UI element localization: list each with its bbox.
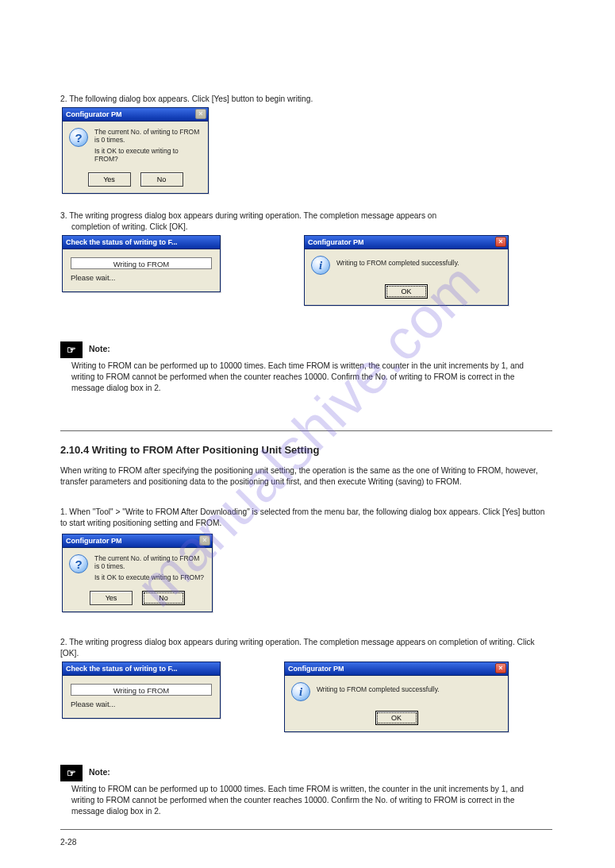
section-divider: [60, 430, 552, 431]
dialog-title: Configurator PM: [66, 110, 122, 118]
note-label: Note:: [89, 767, 110, 777]
step2-text: 2. The following dialog box appears. Cli…: [60, 94, 313, 105]
lower-step2-text: 2. The writing progress dialog box appea…: [60, 637, 548, 659]
progress-body: Writing to FROM Please wait...: [63, 249, 220, 291]
pointing-hand-icon: ☞: [67, 767, 76, 779]
close-icon[interactable]: ×: [495, 237, 506, 247]
dialog-line1: The current No. of writing to FROM is 0 …: [94, 554, 206, 570]
yes-button[interactable]: Yes: [88, 172, 131, 187]
dialog-titlebar: Configurator PM ×: [305, 236, 508, 249]
info-icon: i: [311, 256, 330, 275]
pointing-hand-icon: ☞: [67, 344, 76, 356]
dialog-body: ? The current No. of writing to FROM is …: [63, 548, 212, 588]
page-number: 2-28: [60, 837, 76, 848]
ok-button[interactable]: OK: [375, 711, 418, 725]
please-wait-text: Please wait...: [71, 700, 212, 708]
dialog-titlebar: Check the status of writing to F...: [63, 236, 220, 249]
info-icon: i: [291, 682, 310, 701]
confirm-dialog-2: Configurator PM × ? The current No. of w…: [62, 534, 213, 612]
dialog-body: i Writing to FROM completed successfully…: [285, 676, 508, 708]
complete-dialog-1: Configurator PM × i Writing to FROM comp…: [304, 235, 509, 306]
dialog-titlebar: Check the status of writing to F...: [63, 662, 220, 676]
dialog-line2: Is it OK to execute writing to FROM?: [94, 573, 206, 581]
dialog-message: Writing to FROM completed successfully.: [336, 256, 502, 275]
progress-dialog-2: Check the status of writing to F... Writ…: [62, 662, 221, 719]
dialog-message: The current No. of writing to FROM is 0 …: [94, 554, 206, 581]
progress-label: Writing to FROM: [71, 260, 212, 268]
please-wait-text: Please wait...: [71, 273, 212, 282]
ok-button[interactable]: OK: [385, 284, 428, 299]
dialog-buttons: Yes No: [63, 588, 212, 611]
close-icon[interactable]: ×: [199, 535, 210, 546]
confirm-dialog-1: Configurator PM × ? The current No. of w…: [62, 107, 209, 194]
step3-text-b: completion of writing. Click [OK].: [71, 222, 188, 233]
dialog-titlebar: Configurator PM ×: [63, 108, 208, 122]
dialog-titlebar: Configurator PM ×: [285, 662, 508, 676]
question-icon: ?: [69, 554, 88, 573]
note-icon: ☞: [60, 765, 83, 781]
dialog-body: i Writing to FROM completed successfully…: [305, 249, 508, 281]
progress-body: Writing to FROM Please wait...: [63, 676, 220, 718]
dialog-title: Configurator PM: [288, 665, 344, 673]
dialog-line1: The current No. of writing to FROM is 0 …: [94, 128, 202, 144]
close-icon[interactable]: ×: [195, 109, 206, 119]
dialog-line2: Is it OK to execute writing to FROM?: [94, 147, 202, 163]
dialog-message: The current No. of writing to FROM is 0 …: [94, 128, 202, 163]
note-body-1: Writing to FROM can be performed up to 1…: [71, 361, 548, 393]
progress-dialog-1: Check the status of writing to F... Writ…: [62, 235, 221, 292]
lower-step1-text: 1. When "Tool" > "Write to FROM After Do…: [60, 507, 548, 529]
dialog-title: Configurator PM: [66, 537, 122, 545]
note-icon: ☞: [60, 341, 83, 358]
dialog-body: ? The current No. of writing to FROM is …: [63, 122, 208, 169]
no-button[interactable]: No: [140, 172, 183, 187]
footer-divider: [60, 829, 552, 830]
progress-label: Writing to FROM: [71, 686, 212, 695]
close-icon[interactable]: ×: [495, 663, 506, 673]
yes-button[interactable]: Yes: [90, 591, 133, 605]
dialog-title: Configurator PM: [308, 238, 364, 246]
dialog-message: Writing to FROM completed successfully.: [317, 682, 502, 701]
question-icon: ?: [69, 128, 88, 147]
dialog-title: Check the status of writing to F...: [66, 665, 178, 673]
dialog-titlebar: Configurator PM ×: [63, 534, 212, 548]
note-label: Note:: [89, 344, 110, 353]
no-button[interactable]: No: [142, 591, 185, 605]
section-title: 2.10.4 Writing to FROM After Positioning…: [60, 443, 319, 457]
dialog-title: Check the status of writing to F...: [66, 238, 178, 246]
step3-text-a: 3. The writing progress dialog box appea…: [60, 210, 436, 222]
dialog-buttons: Yes No: [63, 169, 208, 193]
dialog-buttons: OK: [305, 281, 508, 305]
section-intro: When writing to FROM after specifying th…: [60, 465, 548, 488]
complete-dialog-2: Configurator PM × i Writing to FROM comp…: [284, 662, 509, 732]
dialog-buttons: OK: [285, 708, 508, 731]
note-body-2: Writing to FROM can be performed up to 1…: [71, 784, 548, 816]
